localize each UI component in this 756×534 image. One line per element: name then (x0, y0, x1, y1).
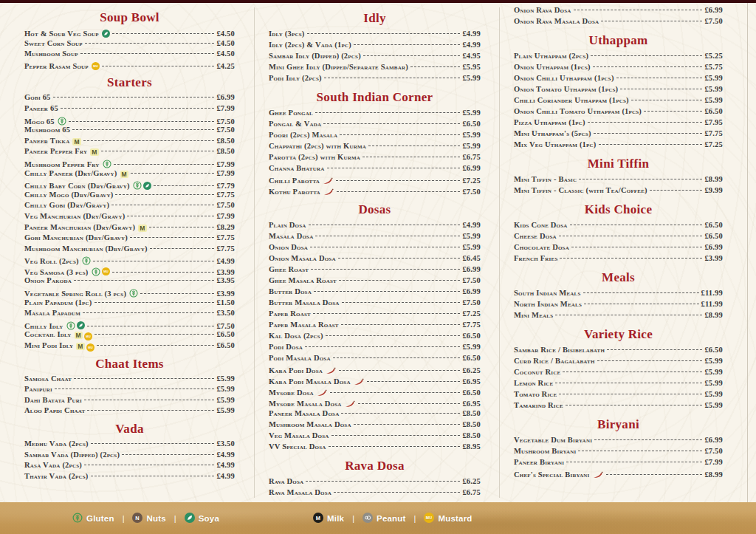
item-price: £11.99 (701, 289, 724, 297)
item-name: Dahi Batata Puri (24, 396, 82, 404)
item-name: Plain Dosa (269, 221, 306, 229)
item-name: Curd Rice / Bagalabath (514, 357, 595, 365)
menu-item-row: Gobi Manchurian (Dry/Gravy)£7.75 (24, 233, 235, 244)
dotted-leader (362, 157, 460, 157)
item-price: £7.50 (462, 188, 481, 196)
milk-icon: M (90, 148, 98, 156)
item-name: Rasa Vada (2pcs) (24, 461, 82, 469)
gluten-icon (72, 513, 83, 524)
item-price: £6.99 (462, 265, 481, 273)
dotted-leader (91, 443, 215, 444)
section-heading: Dosas (269, 202, 481, 217)
item-name: Coconut Rice (514, 368, 560, 376)
dotted-leader (339, 370, 460, 371)
menu-item-row: Veg Samosa (3 pcs)MU£3.99 (24, 266, 235, 277)
section-heading: South Indian Corner (269, 90, 481, 105)
menu-item-row: Mini Tiffin - Classic (with Tea/Coffee)£… (514, 186, 723, 197)
item-name: Paneer Biryani (514, 458, 564, 466)
menu-item-row: Mini Uthappam's (5pcs)£7.75 (514, 129, 723, 140)
item-price: £5.99 (216, 385, 235, 393)
item-name: Onion Pakoda (24, 276, 72, 284)
item-name: Paneer Pepper Fry (24, 147, 87, 155)
dotted-leader (93, 261, 215, 261)
legend-separator: | (174, 514, 176, 523)
menu-body: Soup BowlHot & Sour Veg Soup£4.50Sweet C… (0, 3, 756, 502)
dotted-leader (331, 435, 461, 436)
item-price: £5.99 (704, 74, 723, 82)
legend-separator: | (352, 514, 354, 523)
item-price: £6.50 (704, 346, 723, 354)
item-name: Cocktail Idly (24, 330, 72, 338)
menu-item-row: Idly (3pcs)£4.99 (269, 30, 481, 41)
item-name: Chocolate Dosa (514, 243, 569, 251)
menu-item-row: Aloo Papdi Chaat£5.99 (24, 406, 235, 417)
item-name: Mini Uthappam's (5pcs) (514, 129, 591, 137)
item-price: £7.50 (462, 276, 481, 284)
item-name: Tomato Rice (514, 390, 557, 398)
item-name: Veg Roll (2pcs) (24, 257, 79, 265)
dotted-leader (330, 392, 461, 393)
item-name: Ghee Masala Roast (269, 276, 337, 284)
gluten-icon (66, 321, 75, 330)
dotted-leader (555, 315, 702, 315)
menu-item-row: South Indian Meals£11.99 (514, 289, 723, 300)
item-name: Sambar Rice / Bisibelabath (514, 346, 605, 354)
menu-column-1: Soup BowlHot & Sour Veg Soup£4.50Sweet C… (24, 6, 235, 482)
dotted-leader (410, 66, 460, 67)
menu-item-row: Onion Dosa£5.99 (269, 243, 481, 254)
item-name: Thayir Vada (2pcs) (24, 472, 89, 480)
menu-item-row: Masala Dosa£5.99 (269, 232, 481, 243)
legend-label: Mustard (438, 514, 472, 523)
allergen-icons (129, 289, 138, 298)
item-price: £3.50 (216, 439, 235, 448)
item-price: £7.99 (216, 160, 235, 168)
dotted-leader (91, 476, 215, 476)
allergen-icons (82, 256, 91, 265)
allergen-icons: M (90, 149, 98, 157)
legend-item-nuts: NNuts (132, 513, 165, 524)
allergen-icons (326, 366, 337, 374)
item-name: Channa Bhatura (269, 164, 325, 172)
allergen-icons (102, 30, 110, 38)
item-name: Idly (2pcs) & Vada (1pc) (269, 41, 351, 49)
item-name: Kal Dosa (2pcs) (269, 332, 323, 340)
menu-item-row: Onion Tomato Uthappam (1pcs)£5.99 (514, 85, 723, 96)
milk-icon: M (72, 138, 80, 146)
menu-item-row: Pongal & Vada£6.50 (269, 120, 481, 131)
legend-label: Nuts (146, 514, 165, 523)
item-name: Poori (2pcs) Masala (269, 131, 337, 139)
item-name: Pepper Rasam Soup (24, 62, 89, 70)
section-heading: Vada (24, 422, 235, 437)
item-price: £6.99 (704, 243, 723, 251)
item-name: Panipuri (24, 385, 52, 393)
item-price: £4.99 (462, 30, 481, 38)
dotted-leader (559, 236, 703, 236)
item-name: Paper Roast (269, 309, 311, 318)
item-price: £5.99 (704, 379, 723, 387)
menu-item-row: Podi Dosa£5.99 (269, 343, 481, 354)
item-name: Veg Samosa (3 pcs) (24, 268, 89, 276)
menu-page: Soup BowlHot & Sour Veg Soup£4.50Sweet C… (0, 0, 756, 534)
menu-item-row: Onion Rava Masala Dosa£7.50 (514, 17, 723, 28)
legend-separator: | (123, 514, 125, 523)
gluten-icon (82, 256, 91, 265)
item-price: £5.99 (704, 96, 723, 104)
svg-text:MU: MU (426, 516, 433, 520)
item-name: Paneer 65 (24, 104, 58, 112)
dotted-leader (72, 129, 214, 130)
milk-icon: M (138, 225, 146, 232)
dotted-leader (354, 44, 461, 45)
menu-item-row: Mogo 65£7.50 (24, 115, 235, 126)
item-name: Kara Podi Masala Dosa (269, 377, 351, 386)
item-price: £7.99 (704, 458, 723, 466)
gluten-icon (58, 117, 66, 126)
item-price: £6.50 (216, 330, 235, 338)
item-price: £5.99 (216, 374, 235, 383)
menu-item-row: Mini Podi IdlyMMU£6.50 (24, 341, 235, 352)
legend-group-left: Gluten|NNuts|Soya (72, 502, 219, 534)
allergen-icons (345, 400, 356, 408)
item-price: £4.99 (216, 451, 235, 459)
item-name: Lemon Rice (514, 379, 553, 387)
item-price: £7.50 (216, 117, 235, 126)
item-price: £6.50 (216, 341, 235, 349)
